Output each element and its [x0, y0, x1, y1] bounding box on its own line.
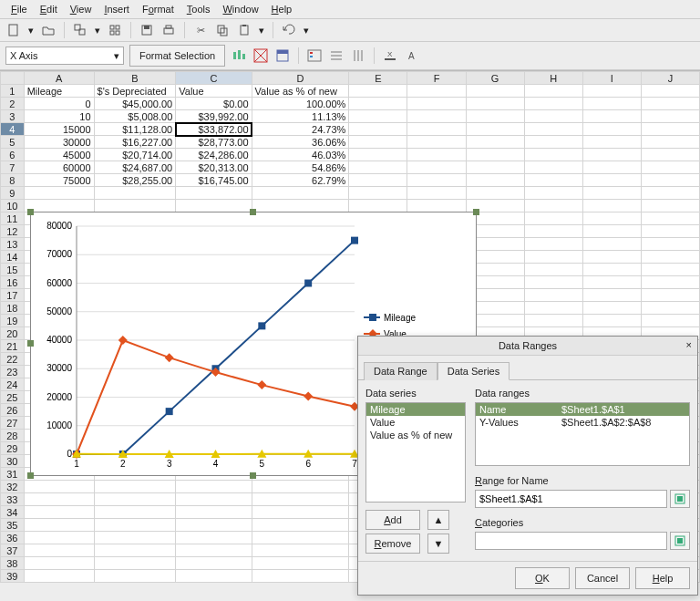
new-doc-icon[interactable] — [5, 22, 22, 38]
grid-small-icon[interactable] — [107, 22, 123, 38]
cell-A3[interactable]: 10 — [24, 110, 94, 123]
col-B[interactable]: B — [94, 72, 176, 85]
row-8[interactable]: 8 — [1, 174, 25, 187]
cell-B7[interactable]: $24,687.00 — [94, 161, 176, 174]
format-selection-combo[interactable]: X Axis ▾ — [5, 47, 124, 65]
fmt-icon-1[interactable] — [231, 47, 247, 64]
dialog-title-bar[interactable]: Data Ranges × — [358, 337, 697, 356]
row-1[interactable]: 1 — [1, 85, 25, 98]
grid-h-icon[interactable] — [328, 47, 345, 64]
menu-window[interactable]: Window — [217, 2, 263, 16]
menu-tools[interactable]: Tools — [181, 2, 216, 16]
menu-view[interactable]: View — [65, 2, 98, 16]
cell-D3[interactable]: 11.13% — [252, 110, 349, 123]
cell-C4[interactable]: $33,872.00 — [176, 123, 252, 136]
cell-D1[interactable]: Value as % of new — [252, 85, 349, 98]
move-up-button[interactable]: ▲ — [427, 510, 449, 530]
cell-D4[interactable]: 24.73% — [252, 123, 349, 136]
tab-data-range[interactable]: Data Range — [364, 362, 438, 380]
shapes-icon[interactable] — [72, 22, 88, 38]
help-button[interactable]: Help — [635, 567, 690, 589]
open-icon[interactable] — [40, 22, 57, 38]
cell-B3[interactable]: $5,008.00 — [94, 110, 176, 123]
axis-x-icon[interactable]: X — [382, 47, 398, 64]
cell-C3[interactable]: $39,992.00 — [176, 110, 252, 123]
cell-D2[interactable]: 100.00% — [252, 98, 349, 110]
paste-dropdown[interactable]: ▾ — [258, 22, 265, 38]
format-selection-button[interactable]: Format Selection — [129, 45, 225, 67]
cell-C1[interactable]: Value — [176, 85, 252, 98]
cell-A5[interactable]: 30000 — [24, 136, 94, 149]
col-G[interactable]: G — [466, 72, 524, 85]
row-4[interactable]: 4 — [1, 123, 25, 136]
menu-insert[interactable]: Insert — [98, 2, 135, 16]
pick-categories-icon[interactable] — [670, 532, 690, 550]
cell-D8[interactable]: 62.79% — [252, 174, 349, 187]
save-icon[interactable] — [139, 22, 155, 38]
range-for-name-input[interactable] — [475, 490, 667, 508]
move-down-button[interactable]: ▼ — [427, 534, 449, 554]
col-H[interactable]: H — [524, 72, 582, 85]
cell-B4[interactable]: $11,128.00 — [94, 123, 176, 136]
menu-file[interactable]: File — [5, 2, 33, 16]
cell-B6[interactable]: $20,714.00 — [94, 149, 176, 161]
cell-C5[interactable]: $28,773.00 — [176, 136, 252, 149]
cell-A8[interactable]: 75000 — [24, 174, 94, 187]
row-7[interactable]: 7 — [1, 161, 25, 174]
menu-edit[interactable]: Edit — [35, 2, 63, 16]
ok-button[interactable]: OK — [515, 567, 570, 589]
cell-D5[interactable]: 36.06% — [252, 136, 349, 149]
axis-a-icon[interactable]: A — [404, 47, 420, 64]
fmt-icon-3[interactable] — [274, 47, 291, 64]
series-item-value[interactable]: Value — [366, 416, 465, 429]
menu-help[interactable]: Help — [266, 2, 298, 16]
cancel-button[interactable]: Cancel — [575, 567, 630, 589]
new-doc-dropdown[interactable]: ▾ — [27, 22, 35, 38]
cell-B5[interactable]: $16,227.00 — [94, 136, 176, 149]
print-icon[interactable] — [160, 22, 177, 38]
cell-A4[interactable]: 15000 — [24, 123, 94, 136]
cell-A2[interactable]: 0 — [24, 98, 94, 110]
fmt-icon-2[interactable] — [252, 47, 269, 64]
col-E[interactable]: E — [349, 72, 407, 85]
cell-B1[interactable]: $'s Depreciated — [94, 85, 176, 98]
paste-icon[interactable] — [236, 22, 252, 38]
row-3[interactable]: 3 — [1, 110, 25, 123]
tab-data-series[interactable]: Data Series — [438, 362, 510, 380]
series-item-mileage[interactable]: Mileage — [366, 403, 465, 416]
cell-A6[interactable]: 45000 — [24, 149, 94, 161]
ranges-row-val[interactable]: $Sheet1.$A$2:$A$8 — [558, 416, 654, 429]
ranges-row-name[interactable]: Y-Values — [476, 416, 558, 429]
data-series-list[interactable]: Mileage Value Value as % of new — [365, 402, 466, 503]
cell-C7[interactable]: $20,313.00 — [176, 161, 252, 174]
cut-icon[interactable]: ✂ — [192, 22, 209, 38]
col-C[interactable]: C — [176, 72, 252, 85]
series-item-pct[interactable]: Value as % of new — [366, 429, 465, 441]
row-6[interactable]: 6 — [1, 149, 25, 161]
cell-D6[interactable]: 46.03% — [252, 149, 349, 161]
cell-C8[interactable]: $16,745.00 — [176, 174, 252, 187]
data-ranges-table[interactable]: Name$Sheet1.$A$1 Y-Values$Sheet1.$A$2:$A… — [475, 402, 690, 466]
row-5[interactable]: 5 — [1, 136, 25, 149]
undo-icon[interactable] — [281, 22, 297, 38]
categories-input[interactable] — [475, 532, 667, 550]
cell-C2[interactable]: $0.00 — [176, 98, 252, 110]
shapes-dropdown[interactable]: ▾ — [94, 22, 101, 38]
col-A[interactable]: A — [24, 72, 94, 85]
close-icon[interactable]: × — [686, 339, 692, 350]
remove-button[interactable]: Remove — [365, 534, 420, 554]
col-I[interactable]: I — [582, 72, 641, 85]
copy-icon[interactable] — [214, 22, 231, 38]
cell-C6[interactable]: $24,286.00 — [176, 149, 252, 161]
col-D[interactable]: D — [252, 72, 349, 85]
cell-A7[interactable]: 60000 — [24, 161, 94, 174]
cell-B2[interactable]: $45,000.00 — [94, 98, 176, 110]
cell-D7[interactable]: 54.86% — [252, 161, 349, 174]
undo-dropdown[interactable]: ▾ — [303, 22, 310, 38]
col-J[interactable]: J — [641, 72, 699, 85]
menu-format[interactable]: Format — [137, 2, 180, 16]
legend-icon[interactable] — [306, 47, 323, 64]
col-F[interactable]: F — [407, 72, 466, 85]
row-2[interactable]: 2 — [1, 98, 25, 110]
cell-B8[interactable]: $28,255.00 — [94, 174, 176, 187]
